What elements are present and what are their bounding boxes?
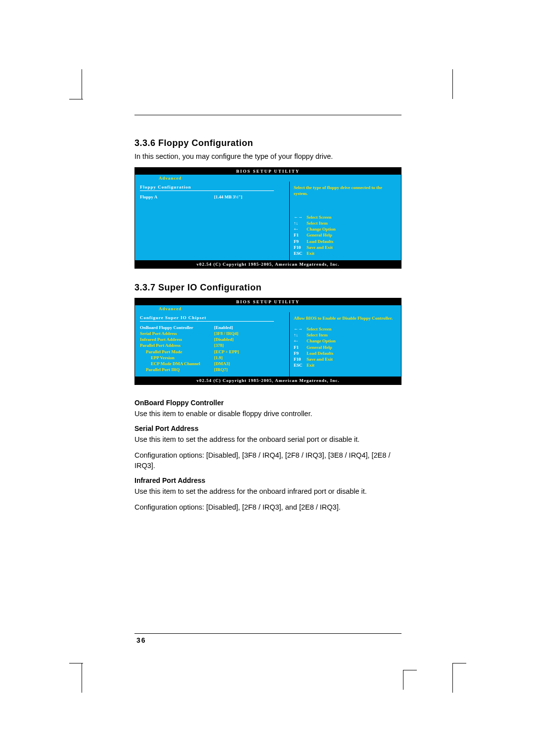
bios-key-desc: Exit <box>307 363 314 368</box>
page-number: 36 <box>136 636 146 644</box>
bios-help-text: Allow BIOS to Enable or Disable Floppy C… <box>294 315 397 321</box>
bios-key-legend: ←→Select Screen↑↓Select Item+-Change Opt… <box>294 326 397 368</box>
divider <box>140 321 274 322</box>
bios-key-desc: Select Screen <box>307 327 332 331</box>
bios-key-row: F9Load Defaults <box>294 238 397 244</box>
bios-key-desc: Change Option <box>307 338 336 343</box>
crop-mark <box>403 670 403 690</box>
bios-setting-label: Parallel Port IRQ <box>140 367 214 373</box>
item-heading-serial: Serial Port Address <box>134 425 401 432</box>
bios-key-desc: Exit <box>307 251 314 256</box>
bios-setting-row: Parallel Port Address[378] <box>140 342 285 348</box>
bios-key-desc: Select Screen <box>307 215 332 220</box>
item-heading-infrared: Infrared Port Address <box>134 476 401 484</box>
bios-key-legend: ←→Select Screen↑↓Select Item+-Change Opt… <box>294 214 397 256</box>
bios-setting-label: ECP Mode DMA Channel <box>140 361 214 367</box>
item-text: Use this item to set the address for the… <box>134 434 401 445</box>
bios-key-row: +-Change Option <box>294 226 397 232</box>
bios-right-pane: Select the type of floppy drive connecte… <box>289 182 401 260</box>
item-text: Configuration options: [Disabled], [2F8 … <box>134 502 401 513</box>
bios-key-row: F1General Help <box>294 232 397 238</box>
item-text: Use this item to set the address for the… <box>134 486 401 497</box>
bios-tab-advanced: Advanced <box>159 306 182 311</box>
crop-mark <box>452 663 453 693</box>
item-heading-onboard: OnBoard Floppy Controller <box>134 399 401 407</box>
top-rule <box>134 115 401 115</box>
bios-key: ESC <box>294 250 307 256</box>
bios-key: F10 <box>294 356 307 362</box>
section-heading-337: 3.3.7 Super IO Configuration <box>134 283 401 293</box>
bios-setting-value: [ECP + EPP] <box>214 349 239 355</box>
bios-key: F9 <box>294 238 307 244</box>
bios-key: ↑↓ <box>294 332 307 338</box>
bios-key-desc: Save and Exit <box>307 357 333 362</box>
bios-key-row: ESCExit <box>294 362 397 368</box>
bios-left-title: Configure Super IO Chipset <box>140 315 285 320</box>
bios-setting-value: [Enabled] <box>214 325 233 331</box>
bios-key-desc: Select Item <box>307 332 328 337</box>
bios-left-pane: Configure Super IO Chipset OnBoard Flopp… <box>135 312 289 377</box>
bios-tab-advanced: Advanced <box>159 176 182 181</box>
bios-key: ←→ <box>294 214 307 220</box>
bios-setting-row: EPP Version[1.9] <box>140 355 285 361</box>
bios-setting-label: Parallel Port Address <box>140 342 214 348</box>
bios-key: F1 <box>294 344 307 350</box>
bios-setting-label: Floppy A <box>140 194 214 200</box>
bios-key-row: ↑↓Select Item <box>294 332 397 338</box>
bios-setting-label: Parallel Port Mode <box>140 349 214 355</box>
bios-key-row: ←→Select Screen <box>294 214 397 220</box>
bios-key-desc: General Help <box>307 233 332 237</box>
bios-setting-value: [378] <box>214 342 224 348</box>
bios-setting-label: OnBoard Floppy Controller <box>140 325 214 331</box>
crop-mark <box>452 69 453 99</box>
bios-title: BIOS SETUP UTILITY <box>135 168 401 175</box>
bios-setting-label: Infrared Port Address <box>140 336 214 342</box>
bios-setting-row: Infrared Port Address[Disabled] <box>140 336 285 342</box>
bios-key: F1 <box>294 232 307 238</box>
bios-key-row: F9Load Defaults <box>294 350 397 356</box>
bios-left-title: Floppy Configuration <box>140 185 285 189</box>
bios-tabs: Advanced <box>135 305 401 312</box>
bottom-rule <box>134 633 401 634</box>
bios-setting-label: EPP Version <box>140 355 214 361</box>
bios-key-desc: Select Item <box>307 221 328 226</box>
bios-key-desc: Load Defaults <box>307 351 333 356</box>
crop-mark <box>403 670 417 670</box>
bios-key: F10 <box>294 244 307 250</box>
divider <box>140 190 274 191</box>
bios-key-desc: Load Defaults <box>307 239 333 244</box>
page-content: 3.3.6 Floppy Configuration In this secti… <box>134 115 401 518</box>
bios-tabs: Advanced <box>135 175 401 182</box>
bios-right-pane: Allow BIOS to Enable or Disable Floppy C… <box>289 312 401 377</box>
bios-setting-row: ECP Mode DMA Channel[DMA3] <box>140 361 285 367</box>
bios-key-row: ←→Select Screen <box>294 326 397 332</box>
bios-key: +- <box>294 226 307 232</box>
bios-key-desc: Save and Exit <box>307 245 333 250</box>
crop-mark <box>82 69 82 99</box>
crop-mark <box>69 663 83 663</box>
bios-setting-value: [DMA3] <box>214 361 230 367</box>
bios-key: ↑↓ <box>294 220 307 226</box>
bios-footer: v02.54 (C) Copyright 1985-2005, American… <box>135 260 401 268</box>
section-intro-336: In this section, you may configure the t… <box>134 151 401 162</box>
bios-key: ESC <box>294 362 307 368</box>
bios-setting-value: [1.9] <box>214 355 222 361</box>
bios-panel-floppy: BIOS SETUP UTILITY Advanced Floppy Confi… <box>134 167 401 269</box>
bios-key: F9 <box>294 350 307 356</box>
bios-key-row: ESCExit <box>294 250 397 256</box>
item-text: Configuration options: [Disabled], [3F8 … <box>134 450 401 472</box>
item-text: Use this item to enable or disable flopp… <box>134 409 401 420</box>
bios-key-row: F10Save and Exit <box>294 356 397 362</box>
crop-mark <box>82 663 82 693</box>
bios-title: BIOS SETUP UTILITY <box>135 298 401 305</box>
bios-key-row: F10Save and Exit <box>294 244 397 250</box>
crop-mark <box>69 99 83 99</box>
bios-key-row: ↑↓Select Item <box>294 220 397 226</box>
bios-left-pane: Floppy Configuration Floppy A[1.44 MB 3½… <box>135 182 289 260</box>
bios-setting-row: Serial Port Address[3F8 / IRQ4] <box>140 331 285 336</box>
bios-footer: v02.54 (C) Copyright 1985-2005, American… <box>135 377 401 384</box>
bios-setting-value: [1.44 MB 3½"] <box>214 194 242 200</box>
crop-mark <box>452 663 466 663</box>
bios-key-desc: General Help <box>307 345 332 350</box>
bios-key: +- <box>294 338 307 344</box>
